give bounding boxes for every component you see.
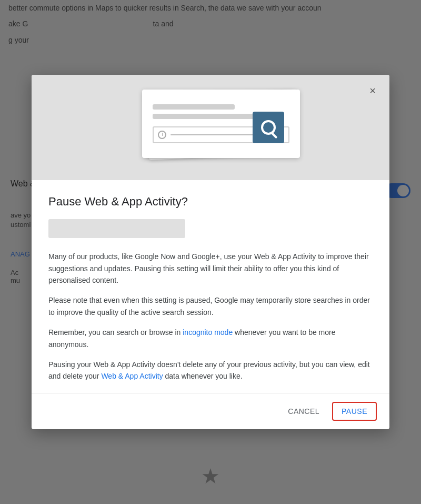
paragraph-2: Please note that even when this setting …: [48, 294, 373, 318]
paragraph-4: Pausing your Web & App Activity doesn't …: [48, 359, 373, 382]
paragraph-3-before: Remember, you can search or browse in: [48, 328, 183, 337]
clock-icon: [158, 131, 166, 139]
dialog-header-illustration: ×: [32, 75, 389, 180]
paragraph-4-after: data whenever you like.: [163, 372, 243, 380]
magnifier-icon: [261, 120, 276, 135]
paper-line-2: [153, 114, 262, 119]
dialog-content: Many of our products, like Google Now an…: [48, 251, 373, 382]
paper-line-1: [153, 104, 235, 110]
incognito-mode-link[interactable]: incognito mode: [183, 328, 233, 337]
web-activity-link[interactable]: Web & App Activity: [101, 372, 163, 380]
close-button[interactable]: ×: [364, 82, 381, 99]
search-button-illustration: [253, 112, 284, 143]
modal-overlay: × Pause: [0, 0, 421, 504]
pause-activity-dialog: × Pause: [32, 75, 389, 429]
dialog-title: Pause Web & App Activity?: [48, 195, 373, 209]
paragraph-1: Many of our products, like Google Now an…: [48, 251, 373, 286]
web-activity-toggle-placeholder: [48, 219, 185, 238]
paragraph-3: Remember, you can search or browse in in…: [48, 327, 373, 350]
dialog-body: Pause Web & App Activity? Many of our pr…: [32, 180, 389, 382]
search-illustration: [116, 85, 305, 170]
cancel-button[interactable]: CANCEL: [279, 402, 328, 421]
pause-button[interactable]: PAUSE: [332, 402, 377, 421]
dialog-footer: CANCEL PAUSE: [32, 393, 389, 429]
